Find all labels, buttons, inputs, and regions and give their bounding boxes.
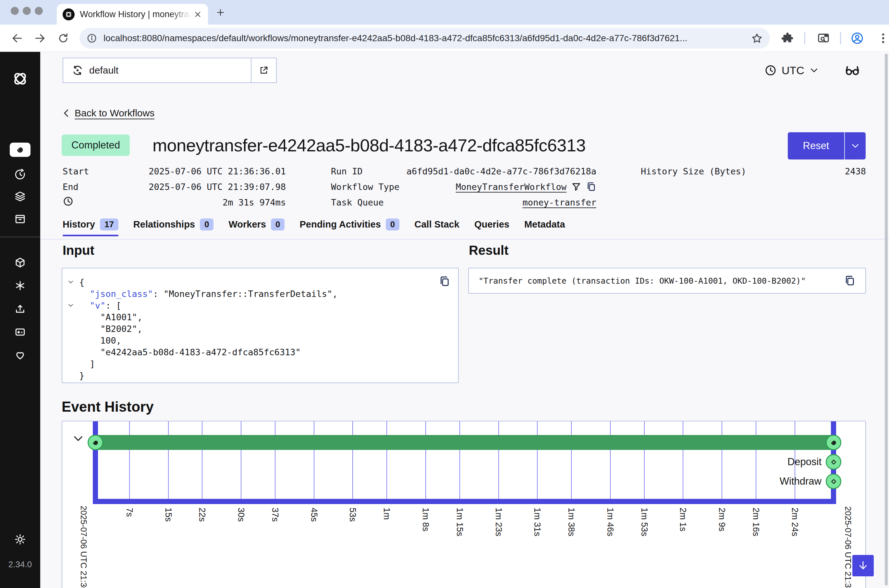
result-value: "Transfer complete (transaction IDs: OKW… — [478, 276, 838, 286]
workflow-start-marker[interactable] — [87, 435, 103, 450]
tab-workers[interactable]: Workers0 — [229, 215, 284, 233]
copy-icon[interactable] — [586, 182, 596, 192]
detail-value[interactable]: money-transfer — [522, 197, 596, 207]
reset-button[interactable]: Reset — [788, 132, 866, 159]
tab-label: Relationships — [133, 219, 195, 230]
detail-value[interactable]: MoneyTransferWorkflow — [456, 182, 567, 192]
axis-tick-label: 1m — [382, 508, 392, 520]
sidebar-item-workflows[interactable] — [10, 142, 30, 157]
timeline-collapse-icon[interactable] — [72, 432, 84, 445]
detail-row: Task Queuemoney-transfer — [331, 195, 596, 210]
scroll-to-bottom-button[interactable] — [852, 555, 874, 576]
detail-value-group: money-transfer — [522, 197, 596, 207]
sidebar-item-namespaces[interactable] — [14, 257, 26, 268]
chevron-down-icon — [809, 66, 819, 75]
reset-menu-button[interactable] — [845, 132, 866, 159]
back-icon[interactable] — [11, 32, 23, 44]
json-text: "A1001", — [79, 312, 143, 322]
chart-gridline — [610, 422, 611, 499]
detail-row: 2m 31s 974ms — [63, 195, 286, 210]
url-bar[interactable]: localhost:8080/namespaces/default/workfl… — [80, 28, 770, 49]
axis-tick-label: 1m 8s — [421, 508, 430, 532]
tab-history[interactable]: History17 — [63, 215, 119, 233]
sidebar-item-archival[interactable] — [14, 213, 26, 225]
json-text: 100, — [79, 336, 121, 345]
arrow-down-icon — [857, 560, 869, 572]
tab-relationships[interactable]: Relationships0 — [133, 215, 214, 233]
chart-gridline — [168, 422, 169, 499]
browser-menu-icon[interactable] — [877, 32, 889, 45]
event-marker-deposit[interactable] — [826, 454, 841, 470]
collapse-caret-icon[interactable] — [67, 278, 75, 286]
tab-label: History — [63, 219, 95, 230]
extensions-icon[interactable] — [781, 32, 794, 45]
collapse-caret-icon[interactable] — [67, 302, 75, 309]
search-panel-icon[interactable] — [817, 32, 830, 45]
json-text: { — [79, 277, 84, 287]
sidebar-item-schedules[interactable] — [14, 168, 26, 180]
page-scrollbar[interactable] — [885, 54, 888, 585]
tab-close-icon[interactable] — [193, 10, 202, 19]
labs-glasses-icon[interactable] — [844, 62, 861, 78]
sidebar-item-import[interactable] — [14, 303, 26, 314]
details-column-history: History Size (Bytes)2438 — [641, 164, 866, 179]
tabs-divider — [40, 239, 889, 240]
json-key: "v" — [90, 300, 106, 310]
sidebar-item-nexus[interactable] — [14, 280, 26, 291]
tab-queries[interactable]: Queries — [474, 215, 509, 233]
json-text: } — [79, 370, 84, 381]
tab-metadata[interactable]: Metadata — [524, 215, 565, 233]
axis-tick-label: 2m 9s — [717, 508, 727, 532]
detail-label: End — [63, 182, 78, 192]
window-minimize-button[interactable] — [23, 7, 31, 15]
forward-icon[interactable] — [34, 32, 46, 44]
site-info-icon[interactable] — [87, 33, 97, 44]
window-zoom-button[interactable] — [35, 7, 43, 15]
namespace-selector[interactable]: default — [63, 58, 277, 83]
chart-gridline — [498, 422, 499, 499]
copy-icon[interactable] — [844, 275, 856, 286]
chevron-left-icon — [62, 108, 71, 118]
window-close-button[interactable] — [11, 7, 19, 15]
chevron-down-icon — [850, 141, 860, 151]
json-text — [79, 300, 90, 310]
tab-pending-activities[interactable]: Pending Activities0 — [299, 215, 399, 233]
result-heading: Result — [469, 243, 508, 258]
temporal-favicon-icon — [63, 8, 75, 20]
sidebar-item-batch-operations[interactable] — [14, 190, 26, 202]
chart-gridline — [314, 422, 314, 499]
sidebar-item-feedback[interactable] — [14, 349, 26, 361]
detail-row: History Size (Bytes)2438 — [641, 164, 866, 179]
json-line: "json_class": "MoneyTransfer::TransferDe… — [62, 288, 458, 300]
namespace-open-button[interactable] — [251, 58, 276, 82]
detail-row: End2025-07-06 UTC 21:39:07.98 — [63, 179, 286, 195]
reload-icon[interactable] — [57, 32, 69, 44]
tab-count-badge: 0 — [200, 219, 214, 231]
namespace-current[interactable]: default — [63, 58, 251, 82]
browser-tab[interactable]: Workflow History | moneytran — [57, 4, 208, 25]
back-to-workflows-link[interactable]: Back to Workflows — [62, 108, 155, 118]
axis-tick-label: 30s — [236, 508, 246, 522]
profile-icon[interactable] — [851, 32, 864, 45]
bookmark-star-icon[interactable] — [751, 32, 763, 44]
temporal-logo-icon[interactable] — [11, 70, 30, 87]
tab-count-badge: 0 — [271, 219, 284, 231]
new-tab-button[interactable] — [215, 8, 226, 18]
theme-toggle-sun-icon[interactable] — [14, 534, 26, 545]
tab-call-stack[interactable]: Call Stack — [414, 215, 459, 233]
diamond-icon — [829, 458, 838, 466]
timezone-selector[interactable]: UTC — [764, 58, 819, 83]
reset-button-label[interactable]: Reset — [788, 132, 845, 159]
axis-tick-label: 15s — [163, 508, 173, 522]
sidebar-item-labs[interactable] — [14, 326, 26, 338]
detail-value-group: 2025-07-06 UTC 21:39:07.98 — [149, 182, 286, 192]
detail-value-group: 2025-07-06 UTC 21:36:36.01 — [149, 166, 286, 176]
tab-label: Call Stack — [414, 219, 459, 230]
filter-icon[interactable] — [571, 182, 581, 192]
workflow-execution-bar[interactable] — [95, 435, 833, 450]
copy-icon[interactable] — [439, 276, 450, 287]
workflow-end-marker[interactable] — [826, 435, 841, 450]
detail-label: Workflow Type — [331, 182, 399, 192]
code-gutter — [62, 302, 79, 309]
event-marker-withdraw[interactable] — [826, 474, 841, 489]
